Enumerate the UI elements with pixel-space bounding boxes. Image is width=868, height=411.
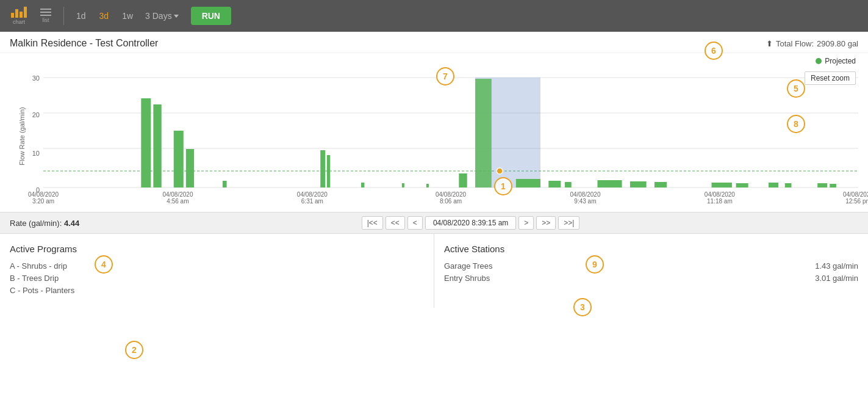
nav-last-button[interactable]: >>| (558, 216, 579, 230)
svg-rect-26 (769, 183, 778, 187)
svg-text:8:06 am: 8:06 am (440, 198, 462, 205)
svg-text:04/08/2020: 04/08/2020 (436, 191, 466, 198)
toolbar: chart list 1d 3d 1w 3 Days RUN (0, 0, 868, 32)
svg-rect-23 (655, 182, 667, 187)
station-row-entry: Entry Shrubs 3.01 gal/min (444, 274, 858, 283)
svg-rect-9 (223, 181, 227, 187)
svg-text:04/08/2020: 04/08/2020 (297, 191, 328, 198)
svg-rect-21 (597, 180, 622, 187)
period-days-button[interactable]: 3 Days (143, 9, 181, 23)
lower-section: Active Programs A - Shrubs - drip B - Tr… (0, 233, 868, 308)
active-programs-title: Active Programs (10, 244, 424, 254)
svg-rect-15 (459, 173, 467, 187)
y-tick-0: 0 (36, 186, 40, 194)
y-axis: 30 20 10 0 Flow Rate (gal/min) (16, 78, 43, 206)
svg-text:6:31 am: 6:31 am (301, 198, 323, 205)
chart-legend: Projected (816, 57, 856, 65)
program-item-a: A - Shrubs - drip (10, 261, 424, 271)
svg-point-17 (497, 168, 503, 174)
total-flow-display: ⬆ Total Flow: 2909.80 gal (766, 39, 858, 48)
svg-rect-13 (402, 183, 404, 187)
chart-icon (11, 7, 27, 18)
timeline-bar: Rate (gal/min): 4.44 |<< << < 04/08/2020… (0, 212, 868, 233)
chevron-down-icon (174, 15, 179, 18)
total-flow-label: Total Flow: (776, 39, 814, 48)
svg-text:11:18 am: 11:18 am (707, 198, 733, 205)
program-item-c: C - Pots - Planters (10, 286, 424, 295)
chart-view-button[interactable]: chart (7, 4, 30, 27)
rate-label: Rate (gal/min): 4.44 (10, 219, 79, 228)
svg-rect-22 (630, 181, 647, 187)
svg-rect-27 (785, 183, 792, 187)
station-row-garage: Garage Trees 1.43 gal/min (444, 261, 858, 271)
svg-text:04/08/2020: 04/08/2020 (570, 191, 600, 198)
svg-rect-20 (565, 182, 572, 187)
active-stations-panel: Active Stations Garage Trees 1.43 gal/mi… (434, 234, 868, 308)
svg-rect-29 (830, 184, 836, 187)
nav-controls: |<< << < 04/08/2020 8:39:15 am > >> >>| (362, 216, 580, 230)
svg-rect-28 (817, 183, 827, 187)
svg-rect-14 (426, 184, 429, 187)
current-datetime: 04/08/2020 8:39:15 am (425, 216, 516, 230)
nav-first-button[interactable]: |<< (362, 216, 383, 230)
run-button[interactable]: RUN (191, 7, 231, 25)
list-label: list (43, 17, 49, 23)
svg-rect-25 (736, 183, 748, 187)
active-stations-title: Active Stations (444, 244, 858, 254)
y-tick-30: 30 (32, 75, 40, 82)
period-3d-button[interactable]: 3d (96, 9, 113, 23)
svg-rect-6 (153, 104, 161, 187)
svg-rect-10 (320, 150, 325, 187)
svg-rect-16 (475, 79, 492, 187)
projected-legend-dot (816, 58, 822, 64)
toolbar-divider (63, 7, 64, 25)
station-name-entry: Entry Shrubs (444, 274, 490, 283)
svg-text:4:56 am: 4:56 am (167, 198, 188, 205)
y-tick-10: 10 (32, 150, 40, 157)
svg-rect-7 (174, 131, 184, 187)
station-rate-entry: 3.01 gal/min (815, 274, 858, 283)
total-flow-value: 2909.80 gal (817, 39, 858, 48)
chart-area: 30 20 10 0 Flow Rate (gal/min) (16, 78, 858, 206)
reset-zoom-button[interactable]: Reset zoom (805, 71, 856, 85)
svg-text:04/08/2020: 04/08/2020 (843, 191, 868, 198)
page-header: Malkin Residence - Test Controller ⬆ Tot… (0, 32, 868, 53)
list-icon (40, 9, 51, 16)
svg-text:12:56 pm: 12:56 pm (845, 198, 868, 205)
svg-rect-8 (186, 149, 194, 187)
chart-label: chart (13, 19, 25, 25)
station-name-garage: Garage Trees (444, 261, 493, 271)
svg-rect-24 (712, 183, 732, 187)
period-1w-button[interactable]: 1w (118, 9, 137, 23)
page-title: Malkin Residence - Test Controller (10, 38, 158, 49)
svg-text:04/08/2020: 04/08/2020 (162, 191, 193, 198)
period-1d-button[interactable]: 1d (73, 9, 90, 23)
y-tick-20: 20 (32, 111, 40, 118)
svg-rect-19 (548, 181, 561, 187)
nav-next-button[interactable]: > (518, 216, 534, 230)
nav-prev-button[interactable]: < (407, 216, 423, 230)
program-item-b: B - Trees Drip (10, 274, 424, 283)
flow-icon: ⬆ (766, 39, 773, 48)
svg-text:04/08/2020: 04/08/2020 (705, 191, 735, 198)
active-programs-panel: Active Programs A - Shrubs - drip B - Tr… (0, 234, 434, 308)
station-rate-garage: 1.43 gal/min (815, 261, 858, 271)
nav-prev-far-button[interactable]: << (386, 216, 405, 230)
chart-container: Projected Reset zoom 30 20 10 0 Flow Rat… (0, 53, 868, 212)
list-view-button[interactable]: list (37, 6, 55, 26)
chart-svg[interactable]: 04/08/2020 3:20 am 04/08/2020 4:56 am 04… (43, 78, 858, 197)
svg-rect-18 (516, 179, 540, 187)
svg-rect-11 (327, 155, 330, 187)
y-axis-label: Flow Rate (gal/min) (18, 107, 26, 165)
svg-rect-12 (361, 183, 364, 187)
projected-legend-label: Projected (825, 57, 856, 65)
svg-rect-5 (141, 98, 151, 187)
nav-next-far-button[interactable]: >> (536, 216, 556, 230)
rate-value: 4.44 (64, 219, 79, 228)
svg-text:9:43 am: 9:43 am (574, 198, 596, 205)
